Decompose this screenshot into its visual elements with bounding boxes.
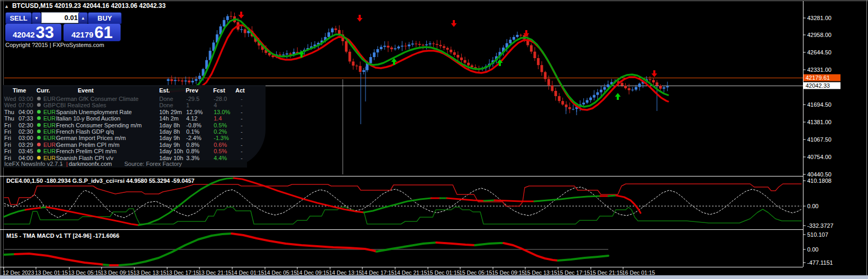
- candle-body: [635, 87, 637, 90]
- news-row: Fri03:00EURGerman Import Prices m/m1day …: [3, 135, 266, 141]
- lot-size-input[interactable]: [41, 12, 83, 23]
- news-time: 03:45: [19, 148, 33, 154]
- collapse-triangle-icon[interactable]: ▲: [4, 4, 9, 9]
- impact-dot-icon: [37, 103, 41, 107]
- buy-price-pips: 61: [95, 25, 113, 41]
- lot-decrease-button[interactable]: ▼: [32, 12, 41, 24]
- buy-price-display[interactable]: 42179 61: [63, 24, 121, 41]
- news-currency: EUR: [43, 96, 56, 102]
- candle-body: [600, 90, 602, 92]
- news-time: 03:00: [19, 96, 33, 102]
- news-row: Fri02:30EURFrench Consumer Spending m/m1…: [3, 122, 266, 128]
- news-col-header: Time: [13, 87, 26, 94]
- impact-dot-icon: [37, 143, 41, 146]
- news-day: Thu: [4, 109, 14, 115]
- news-estimate: 10h 29m: [159, 109, 182, 115]
- impact-dot-icon: [37, 110, 41, 114]
- candle-body: [519, 35, 522, 35]
- news-estimate: Done: [159, 102, 173, 108]
- candle-body: [226, 16, 229, 20]
- news-forecast: 0.5%: [214, 148, 227, 154]
- sell-price-display[interactable]: 42042 33: [5, 24, 61, 41]
- news-site-link[interactable]: darkmoonfx.com: [69, 161, 112, 167]
- candle-body: [181, 80, 184, 81]
- candle-body: [334, 29, 337, 30]
- price-axis-label: 41381.00: [807, 119, 832, 125]
- news-row: Fri03:45EURFrench Prelim CPI m/m1day 10h…: [3, 148, 266, 154]
- candle-body: [387, 46, 389, 48]
- time-axis-label: 13 Dec 05:15: [68, 269, 102, 276]
- news-previous: 12.9%: [186, 109, 203, 115]
- time-axis-label: 13 Dec 09:15: [100, 269, 134, 276]
- copyright-text: Copyright ?2015 | FXProSystems.com: [5, 42, 104, 48]
- price-axis-label: 43281.00: [807, 15, 832, 21]
- news-day: Fri: [4, 148, 11, 154]
- candle-body: [561, 101, 564, 105]
- price-axis-label: 42331.00: [807, 67, 832, 73]
- news-col-header: Curr.: [36, 87, 50, 94]
- chart-title: ▲BTCUSD,M15 42019.23 42044.16 42013.06 4…: [4, 2, 166, 10]
- news-previous: -2.4%: [186, 135, 202, 141]
- buy-button[interactable]: BUY: [88, 12, 122, 24]
- candle-body: [359, 66, 362, 72]
- candle-body: [572, 109, 574, 109]
- candle-body: [373, 52, 376, 57]
- bid-price-badge-text: 42042.33: [806, 82, 830, 89]
- candle-body: [558, 96, 561, 101]
- time-axis-label: 14 Dec 17:15: [361, 269, 395, 276]
- candle-body: [349, 52, 351, 62]
- news-actual: -: [241, 115, 243, 122]
- news-estimate: Done: [159, 96, 173, 102]
- news-actual: -: [241, 148, 243, 154]
- news-previous: 0.8%: [186, 148, 199, 154]
- news-row: Wed07:00GBPCBI Realized SalesDone14-: [3, 102, 266, 108]
- candle-body: [404, 46, 407, 46]
- news-currency: EUR: [43, 122, 56, 128]
- news-time: 03:29: [19, 142, 33, 148]
- time-axis-label: 14 Dec 13:15: [329, 269, 362, 276]
- candle-body: [453, 52, 456, 55]
- sub1-thick-trend-line: [608, 196, 616, 196]
- lot-increase-button[interactable]: ▲: [78, 12, 88, 24]
- sell-button[interactable]: SELL: [5, 12, 32, 24]
- candle-body: [198, 76, 201, 79]
- news-event: CBI Realized Sales: [56, 102, 106, 108]
- candle-body: [362, 70, 365, 72]
- news-event: Spanish Unemployment Rate: [56, 109, 132, 115]
- candle-body: [408, 44, 410, 46]
- news-event: German GfK Consumer Climate: [56, 96, 139, 102]
- candle-body: [412, 44, 414, 45]
- news-previous: -29.5: [186, 96, 199, 102]
- impact-dot-icon: [37, 123, 41, 127]
- candle-body: [467, 63, 470, 66]
- news-actual: -: [241, 142, 243, 148]
- news-actual: -: [241, 96, 243, 102]
- news-time: 02:30: [19, 128, 33, 135]
- news-estimate: 1day 9h: [159, 142, 180, 148]
- news-currency: EUR: [43, 115, 56, 122]
- candle-body: [534, 52, 536, 58]
- sell-price-main: 42042: [13, 29, 35, 41]
- news-col-header: Event: [78, 87, 94, 94]
- news-row: Fri02:30EURFrench Flash GDP q/q1day 8h0.…: [3, 128, 266, 135]
- price-axis-label: 0.00: [807, 203, 818, 209]
- candle-body: [429, 43, 432, 44]
- impact-dot-icon: [37, 129, 41, 133]
- candle-body: [471, 66, 473, 67]
- candle-body: [607, 85, 609, 87]
- candle-body: [509, 40, 511, 43]
- candle-body: [289, 53, 292, 54]
- time-axis-label: 12 Dec 2023: [3, 269, 34, 276]
- candle-body: [624, 86, 627, 88]
- candle-body: [195, 79, 197, 81]
- candle-body: [425, 44, 428, 45]
- ask-price-badge-text: 42179.61: [806, 75, 830, 81]
- candle-body: [244, 29, 246, 33]
- candle-body: [422, 45, 424, 45]
- news-forecast: 0.5%: [214, 122, 227, 128]
- news-footer: IceFX NewsInfo v2.7.1 - | darkmoonfx.com…: [3, 160, 247, 168]
- news-currency: EUR: [43, 109, 56, 115]
- candle-body: [418, 44, 421, 45]
- time-axis-label: 13 Dec 13:15: [133, 269, 167, 276]
- candle-body: [223, 20, 225, 26]
